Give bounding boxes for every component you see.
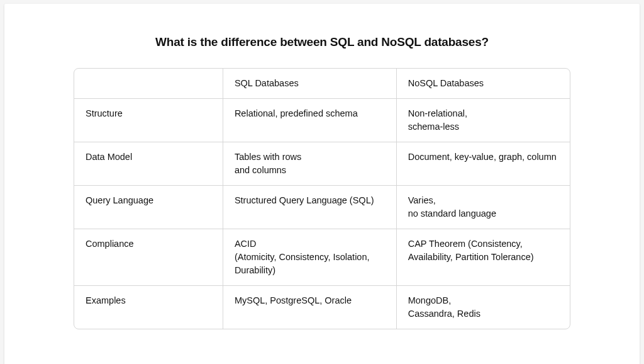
sql-cell: MySQL, PostgreSQL, Oracle [223, 286, 396, 329]
sql-cell: ACID(Atomicity, Consistency, Isolation, … [223, 229, 396, 286]
aspect-cell: Query Language [74, 186, 223, 229]
table-row: Structure Relational, predefined schema … [74, 99, 570, 142]
nosql-cell: Non-relational,schema-less [396, 99, 570, 142]
table-row: Data Model Tables with rowsand columns D… [74, 142, 570, 186]
table-row: Query Language Structured Query Language… [74, 186, 570, 229]
aspect-cell: Compliance [74, 229, 223, 286]
header-nosql: NoSQL Databases [396, 69, 570, 99]
comparison-table-wrapper: SQL Databases NoSQL Databases Structure … [74, 68, 570, 329]
header-sql: SQL Databases [223, 69, 396, 99]
document-card: What is the difference between SQL and N… [4, 4, 640, 364]
sql-cell: Structured Query Language (SQL) [223, 186, 396, 229]
sql-cell: Tables with rowsand columns [223, 142, 396, 186]
aspect-cell: Examples [74, 286, 223, 329]
header-blank [74, 69, 223, 99]
table-header-row: SQL Databases NoSQL Databases [74, 69, 570, 99]
nosql-cell: MongoDB,Cassandra, Redis [396, 286, 570, 329]
sql-cell: Relational, predefined schema [223, 99, 396, 142]
aspect-cell: Data Model [74, 142, 223, 186]
comparison-table: SQL Databases NoSQL Databases Structure … [74, 69, 570, 329]
nosql-cell: Document, key-value, graph, column [396, 142, 570, 186]
table-row: Examples MySQL, PostgreSQL, Oracle Mongo… [74, 286, 570, 329]
nosql-cell: CAP Theorem (Consistency, Availability, … [396, 229, 570, 286]
table-row: Compliance ACID(Atomicity, Consistency, … [74, 229, 570, 286]
nosql-cell: Varies,no standard language [396, 186, 570, 229]
aspect-cell: Structure [74, 99, 223, 142]
page-title: What is the difference between SQL and N… [74, 35, 570, 49]
